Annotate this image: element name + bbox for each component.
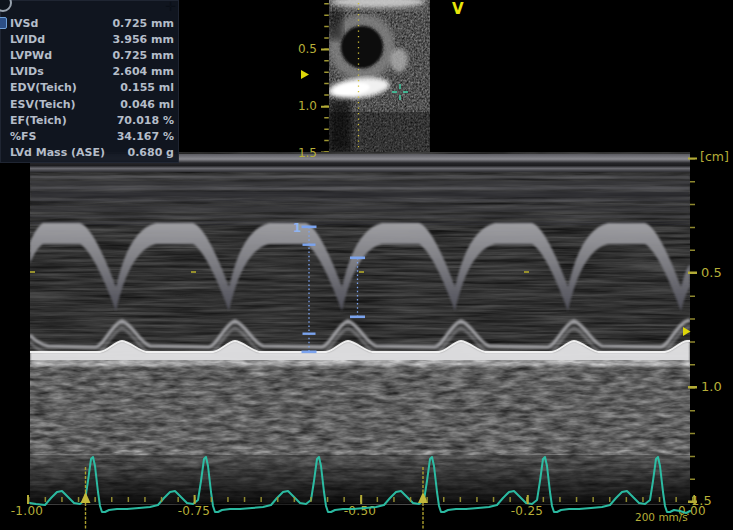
measurement-value: 0.725 mm: [112, 17, 174, 30]
measurement-row-lvpwd[interactable]: LVPWd0.725 mm: [0, 47, 179, 63]
measurement-value: 3.956 mm: [112, 33, 174, 46]
mmode-image: [30, 152, 690, 505]
measurement-row-ivsd[interactable]: IVSd0.725 mm: [0, 15, 179, 31]
measurement-results-panel: ✛ IVSd0.725 mm LVIDd3.956 mm LVPWd0.725 …: [0, 0, 179, 163]
measurement-row-edv[interactable]: EDV(Teich)0.155 ml: [0, 80, 179, 96]
measurement-label: LVd Mass (ASE): [10, 146, 105, 159]
mmode-depth-label-15: 1.5: [691, 493, 721, 508]
pericardium-band: [30, 341, 690, 366]
cycle-marker-flag-icon: [81, 492, 91, 503]
depth-axis-unit: [cm]: [700, 149, 729, 164]
bmode-image: [327, 0, 430, 152]
mmode-depth-scale: [688, 158, 697, 506]
time-label-m050: -0.50: [340, 504, 380, 518]
measurement-value: 34.167 %: [117, 130, 174, 143]
septum-trace: [30, 223, 690, 311]
measurement-row-ef[interactable]: EF(Teich)70.018 %: [0, 112, 179, 128]
measurement-label: LVPWd: [10, 49, 52, 62]
bmode-depth-label-10: 1.0: [294, 99, 317, 113]
caliper-diastole[interactable]: [302, 226, 317, 354]
cycle-marker-2[interactable]: [418, 467, 428, 530]
cycle-marker-flag-icon: [418, 492, 428, 503]
measurement-value: 0.680 g: [128, 146, 175, 159]
measurement-value: 0.046 ml: [120, 98, 174, 111]
time-label-m025: -0.25: [507, 504, 547, 518]
caliper-number-label: 1: [293, 221, 301, 235]
measurement-row-lvd-mass[interactable]: LVd Mass (ASE)0.680 g: [0, 145, 179, 161]
bmode-depth-label-05: 0.5: [294, 42, 317, 56]
bmode-caliper-cross-icon[interactable]: [392, 84, 408, 100]
time-label-m100: -1.00: [7, 504, 47, 518]
mmode-depth-label-05: 0.5: [701, 265, 731, 280]
measurement-label: EF(Teich): [10, 114, 67, 127]
mmode-depth-label-10: 1.0: [701, 379, 731, 394]
posterior-wall-trace: [30, 320, 690, 347]
measurement-label: ESV(Teich): [10, 98, 76, 111]
measurement-label: %FS: [10, 130, 36, 143]
measurement-row-fs[interactable]: %FS34.167 %: [0, 128, 179, 144]
caliper-systole[interactable]: [350, 257, 365, 319]
measurement-label: IVSd: [10, 17, 38, 30]
bmode-focus-arrow-icon: [301, 70, 309, 79]
measurement-label: LVIDd: [10, 33, 45, 46]
measurement-label: EDV(Teich): [10, 81, 77, 94]
measurement-row-lvidd[interactable]: LVIDd3.956 mm: [0, 31, 179, 47]
cycle-marker-1[interactable]: [81, 467, 91, 530]
sweep-speed-label: 200 mm/s: [635, 511, 688, 523]
measurement-value: 0.155 ml: [120, 81, 174, 94]
probe-orientation-marker: V: [452, 0, 464, 18]
bmode-depth-label-15: 1.5: [294, 146, 317, 160]
time-label-m075: -0.75: [174, 504, 214, 518]
measurement-row-esv[interactable]: ESV(Teich)0.046 ml: [0, 96, 179, 112]
selected-row-indicator-icon: [0, 17, 7, 29]
mid-depth-tick-dashes: [30, 271, 529, 273]
move-panel-icon[interactable]: ✛: [165, 0, 176, 14]
collapse-icon[interactable]: [0, 0, 12, 12]
measurement-label: LVIDs: [10, 65, 44, 78]
measurement-value: 0.725 mm: [112, 49, 174, 62]
measurement-value: 70.018 %: [117, 114, 174, 127]
mmode-focus-arrow-icon: [683, 327, 691, 336]
bmode-depth-scale: [321, 3, 329, 160]
measurement-value: 2.604 mm: [112, 65, 174, 78]
measurement-row-lvids[interactable]: LVIDs2.604 mm: [0, 64, 179, 80]
ultrasound-screen: 0.5 1.0 1.5 V [cm] 0.5 1.0 1.5 -1.00 -0.…: [0, 0, 733, 530]
